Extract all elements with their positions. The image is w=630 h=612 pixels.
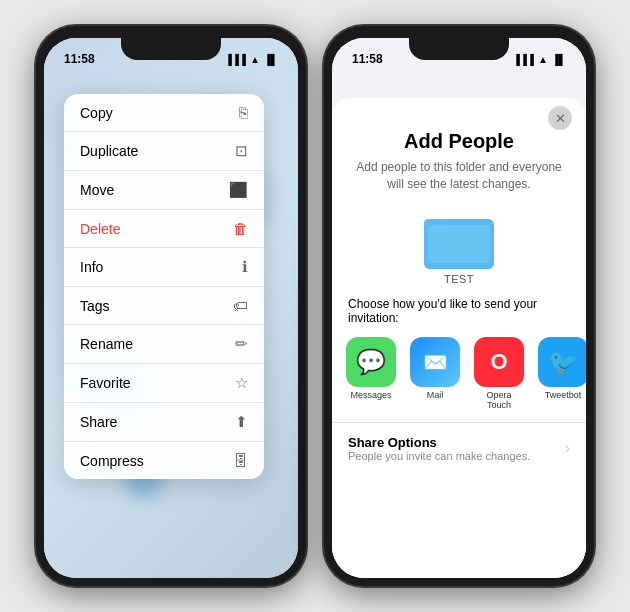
folder-name-label: TEST	[444, 273, 474, 285]
app-mail[interactable]: ✉️ Mail	[410, 337, 460, 410]
status-time: 11:58	[64, 52, 95, 66]
app-tweetbot[interactable]: 🐦 Tweetbot	[538, 337, 586, 410]
menu-item-tags-label: Tags	[80, 298, 110, 314]
right-screen: 11:58 ▐▐▐ ▲ ▐▌ ‹ Search ✕ Add Pe	[332, 38, 586, 578]
left-phone: 11:58 ▐▐▐ ▲ ▐▌ ‹ Search Copy ⎘ Dupl	[36, 26, 306, 586]
app-messages[interactable]: 💬 Messages	[346, 337, 396, 410]
wifi-icon: ▲	[250, 54, 260, 65]
tags-icon: 🏷	[233, 297, 248, 314]
share-options-title: Share Options	[348, 435, 530, 450]
messages-label: Messages	[350, 390, 391, 400]
opera-icon: O	[474, 337, 524, 387]
menu-item-delete[interactable]: Delete 🗑	[64, 210, 264, 248]
folder-preview: TEST	[332, 203, 586, 289]
compress-icon: 🗄	[233, 452, 248, 469]
info-icon: ℹ	[242, 258, 248, 276]
context-menu: Copy ⎘ Duplicate ⊡ Move ⬛ Delete 🗑 Info	[64, 94, 264, 479]
close-icon: ✕	[555, 111, 566, 126]
menu-item-compress-label: Compress	[80, 453, 144, 469]
favorite-icon: ☆	[235, 374, 248, 392]
sheet-title: Add People	[332, 130, 586, 159]
close-button[interactable]: ✕	[548, 106, 572, 130]
share-options-subtitle: People you invite can make changes.	[348, 450, 530, 462]
menu-item-tags[interactable]: Tags 🏷	[64, 287, 264, 325]
menu-item-share-label: Share	[80, 414, 117, 430]
folder-preview-icon	[424, 211, 494, 269]
right-wifi-icon: ▲	[538, 54, 548, 65]
copy-icon: ⎘	[239, 104, 248, 121]
right-signal-icon: ▐▐▐	[513, 54, 534, 65]
mail-label: Mail	[427, 390, 444, 400]
menu-item-share[interactable]: Share ⬆	[64, 403, 264, 442]
add-people-sheet: ✕ Add People Add people to this folder a…	[332, 98, 586, 578]
app-opera[interactable]: O Opera Touch	[474, 337, 524, 410]
menu-item-copy[interactable]: Copy ⎘	[64, 94, 264, 132]
menu-item-favorite[interactable]: Favorite ☆	[64, 364, 264, 403]
signal-icon: ▐▐▐	[225, 54, 246, 65]
right-status-icons: ▐▐▐ ▲ ▐▌	[513, 54, 566, 65]
menu-item-copy-label: Copy	[80, 105, 113, 121]
menu-item-rename-label: Rename	[80, 336, 133, 352]
menu-item-duplicate[interactable]: Duplicate ⊡	[64, 132, 264, 171]
left-screen: 11:58 ▐▐▐ ▲ ▐▌ ‹ Search Copy ⎘ Dupl	[44, 38, 298, 578]
menu-item-move[interactable]: Move ⬛	[64, 171, 264, 210]
share-icon: ⬆	[235, 413, 248, 431]
menu-item-move-label: Move	[80, 182, 114, 198]
menu-item-delete-label: Delete	[80, 221, 120, 237]
opera-label: Opera Touch	[474, 390, 524, 410]
menu-item-info-label: Info	[80, 259, 103, 275]
duplicate-icon: ⊡	[235, 142, 248, 160]
battery-icon: ▐▌	[264, 54, 278, 65]
svg-rect-3	[428, 225, 490, 263]
menu-item-duplicate-label: Duplicate	[80, 143, 138, 159]
delete-icon: 🗑	[233, 220, 248, 237]
tweetbot-icon: 🐦	[538, 337, 586, 387]
mail-icon: ✉️	[410, 337, 460, 387]
move-icon: ⬛	[229, 181, 248, 199]
notch-right	[409, 38, 509, 60]
right-phone: 11:58 ▐▐▐ ▲ ▐▌ ‹ Search ✕ Add Pe	[324, 26, 594, 586]
status-icons: ▐▐▐ ▲ ▐▌	[225, 54, 278, 65]
share-options-chevron: ›	[565, 439, 570, 457]
messages-icon: 💬	[346, 337, 396, 387]
rename-icon: ✏	[235, 335, 248, 353]
sheet-header: ✕	[332, 98, 586, 130]
menu-item-favorite-label: Favorite	[80, 375, 131, 391]
share-options-row[interactable]: Share Options People you invite can make…	[332, 422, 586, 474]
tweetbot-label: Tweetbot	[545, 390, 582, 400]
right-battery-icon: ▐▌	[552, 54, 566, 65]
menu-item-compress[interactable]: Compress 🗄	[64, 442, 264, 479]
invitation-label: Choose how you'd like to send your invit…	[332, 289, 586, 333]
app-icons-row: 💬 Messages ✉️ Mail O Opera Touch	[332, 333, 586, 418]
menu-item-info[interactable]: Info ℹ	[64, 248, 264, 287]
right-status-time: 11:58	[352, 52, 383, 66]
share-options-text: Share Options People you invite can make…	[348, 435, 530, 462]
sheet-subtitle: Add people to this folder and everyone w…	[332, 159, 586, 203]
notch	[121, 38, 221, 60]
menu-item-rename[interactable]: Rename ✏	[64, 325, 264, 364]
